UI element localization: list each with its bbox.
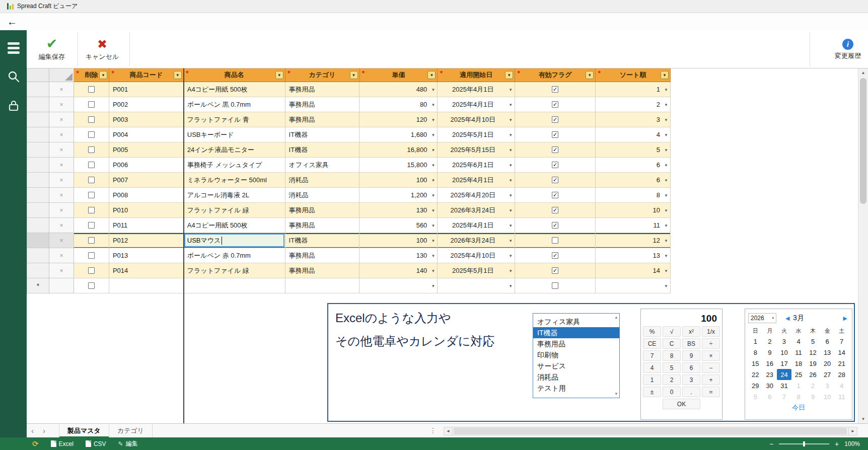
cell-category[interactable]: IT機器 [285, 127, 360, 142]
calc-key[interactable]: % [643, 326, 661, 337]
cell-unit-price[interactable]: 560▼ [359, 218, 438, 233]
calc-key[interactable]: x² [682, 326, 700, 337]
cell-dropdown-arrow[interactable]: ▼ [509, 253, 513, 258]
calendar-day[interactable]: 11 [791, 347, 806, 358]
cell-sort-order[interactable]: 5▼ [596, 142, 671, 158]
menu-icon[interactable] [8, 42, 20, 54]
refresh-icon[interactable]: ⟳ [32, 440, 39, 447]
column-header-active-flag[interactable]: ★有効フラグ▼ [515, 68, 596, 82]
calc-key[interactable]: √ [663, 326, 681, 337]
row-clear-button[interactable]: × [59, 162, 63, 168]
cell-category[interactable]: 事務用品 [285, 97, 360, 112]
calendar-day[interactable]: 9 [806, 391, 820, 402]
cell-sort-order[interactable]: 6▼ [596, 158, 671, 173]
cell-category[interactable]: 事務用品 [285, 203, 360, 218]
cell-category[interactable]: IT機器 [285, 233, 360, 248]
calculator-ok-button[interactable]: OK [663, 399, 700, 409]
cell-sort-order[interactable]: ▼ [596, 278, 671, 293]
calc-key[interactable]: 2 [663, 374, 681, 385]
cell-dropdown-arrow[interactable]: ▼ [509, 87, 513, 92]
cell-unit-price[interactable]: 1,680▼ [359, 127, 438, 142]
back-arrow-icon[interactable]: ← [7, 17, 17, 27]
cell-dropdown-arrow[interactable]: ▼ [664, 178, 668, 182]
lock-icon[interactable] [7, 99, 20, 112]
hscroll-right-icon[interactable]: ► [848, 427, 857, 435]
cell-dropdown-arrow[interactable]: ▼ [509, 102, 513, 107]
scroll-down-icon[interactable]: ▼ [614, 392, 618, 396]
row-selector[interactable] [27, 248, 49, 263]
cell-dropdown-arrow[interactable]: ▼ [431, 268, 435, 273]
cell-product-code[interactable]: P007 [109, 173, 184, 188]
filter-dropdown-button[interactable]: ▼ [99, 71, 107, 79]
cell-sort-order[interactable]: 2▼ [596, 97, 671, 112]
delete-checkbox[interactable] [88, 222, 95, 229]
cell-category[interactable]: 消耗品 [285, 188, 360, 203]
cell-sort-order[interactable]: 13▼ [596, 248, 671, 263]
calendar-day[interactable]: 12 [806, 347, 820, 358]
cell-start-date[interactable]: 2025年4月1日▼ [438, 218, 515, 233]
cell-start-date[interactable]: 2025年4月1日▼ [438, 82, 515, 97]
delete-checkbox[interactable] [88, 252, 95, 259]
cell-product-name[interactable]: フラットファイル 緑 [184, 263, 285, 278]
active-checkbox[interactable] [552, 237, 558, 244]
calendar-day[interactable]: 8 [791, 391, 806, 402]
cell-product-name[interactable]: USBキーボード [184, 127, 285, 142]
cell-product-name[interactable]: ボールペン 赤 0.7mm [184, 248, 285, 263]
calendar-day[interactable]: 16 [763, 358, 777, 369]
listbox-item[interactable]: サービス [533, 360, 619, 371]
calc-key[interactable]: C [663, 338, 681, 349]
calendar-day[interactable]: 27 [820, 369, 835, 380]
row-selector[interactable] [27, 127, 49, 142]
cell-dropdown-arrow[interactable]: ▼ [431, 178, 435, 182]
active-checkbox[interactable]: ✓ [552, 267, 558, 274]
delete-checkbox[interactable] [88, 237, 95, 244]
calendar-day[interactable]: 14 [834, 347, 849, 358]
cell-product-name[interactable]: A4コピー用紙 500枚 [184, 82, 285, 97]
cell-sort-order[interactable]: 6▼ [596, 173, 671, 188]
filter-dropdown-button[interactable]: ▼ [505, 71, 513, 79]
row-selector[interactable] [27, 82, 49, 97]
active-checkbox[interactable]: ✓ [552, 116, 558, 123]
row-selector[interactable] [27, 97, 49, 112]
calendar-day[interactable]: 26 [806, 369, 820, 380]
cell-product-name[interactable]: フラットファイル 緑 [184, 203, 285, 218]
cell-category[interactable]: 事務用品 [285, 82, 360, 97]
delete-checkbox[interactable] [88, 116, 95, 123]
cell-product-name[interactable] [184, 278, 285, 293]
cell-unit-price[interactable]: 80▼ [359, 97, 438, 112]
delete-checkbox[interactable] [88, 267, 95, 274]
search-icon[interactable] [7, 70, 20, 83]
column-header-unit-price[interactable]: ★単価▼ [360, 68, 438, 82]
column-header-category[interactable]: ★カテゴリ▼ [285, 68, 360, 82]
cell-product-code[interactable]: P014 [109, 263, 184, 278]
cell-product-code[interactable]: P004 [109, 127, 184, 142]
row-clear-button[interactable]: × [59, 222, 63, 229]
column-header-delete[interactable]: ★削除▼ [74, 68, 109, 82]
calendar-prev-icon[interactable]: ◀ [785, 315, 789, 322]
active-checkbox[interactable]: ✓ [552, 162, 558, 168]
active-checkbox[interactable] [552, 282, 558, 289]
cell-dropdown-arrow[interactable]: ▼ [664, 102, 668, 107]
cell-sort-order[interactable]: 10▼ [596, 203, 671, 218]
calendar-day[interactable]: 29 [748, 380, 763, 391]
cell-product-code[interactable]: P008 [109, 188, 184, 203]
cell-unit-price[interactable]: 140▼ [359, 263, 438, 278]
cell-dropdown-arrow[interactable]: ▼ [509, 208, 513, 212]
cell-dropdown-arrow[interactable]: ▼ [509, 193, 513, 197]
calc-key[interactable]: × [702, 350, 720, 361]
cell-start-date[interactable]: 2026年3月24日▼ [438, 203, 515, 218]
calendar-day[interactable]: 23 [763, 369, 777, 380]
calendar-day[interactable]: 2 [763, 336, 777, 347]
filter-dropdown-button[interactable]: ▼ [427, 71, 436, 79]
calc-key[interactable]: + [702, 374, 720, 385]
cell-category[interactable]: 事務用品 [285, 218, 360, 233]
cell-dropdown-arrow[interactable]: ▼ [509, 178, 513, 182]
cell-sort-order[interactable]: 4▼ [596, 127, 671, 142]
calc-key[interactable]: 1 [643, 374, 661, 385]
calendar-day[interactable]: 7 [777, 391, 791, 402]
row-clear-button[interactable]: × [59, 147, 63, 153]
cell-unit-price[interactable]: 100▼ [359, 173, 438, 188]
cell-category[interactable]: オフィス家具 [285, 158, 360, 173]
cell-unit-price[interactable]: 100▼ [359, 233, 438, 248]
ellipsis-handle-icon[interactable]: ⋮ [429, 426, 437, 434]
